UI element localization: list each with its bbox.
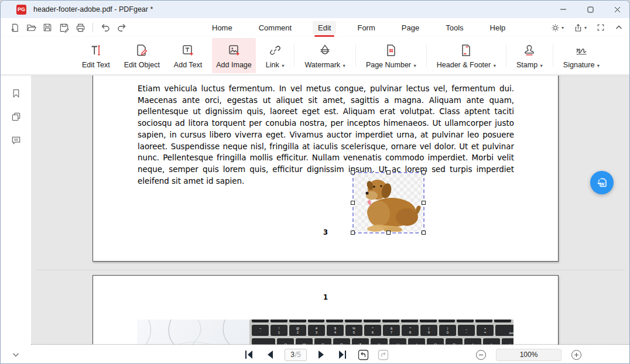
keyboard-key: [382, 320, 399, 322]
comments-icon[interactable]: [10, 134, 22, 146]
ribbon-button-page-number[interactable]: Page Number ▾: [362, 38, 420, 73]
resize-handle[interactable]: [422, 231, 426, 235]
ribbon-button-label: Signature ▾: [563, 61, 600, 69]
chevron-down-icon: ▾: [413, 63, 416, 68]
keyboard-key: $4: [327, 325, 344, 336]
keyboard-photo: ~`!1@2#3$4%5^6&7*8(9)0_-+=delete QWERTYU…: [137, 320, 513, 345]
keyboard-key: *8: [402, 325, 419, 336]
resize-handle[interactable]: [351, 231, 355, 235]
marble-texture: [137, 320, 249, 345]
previous-page-button[interactable]: [263, 348, 276, 361]
save-as-icon[interactable]: [57, 20, 71, 35]
resize-handle[interactable]: [386, 231, 391, 235]
fullscreen-button[interactable]: [594, 21, 607, 34]
page-footer-number: 3: [93, 228, 558, 236]
next-view-button[interactable]: [377, 349, 389, 360]
toolbar-separator: [93, 23, 93, 32]
tab-edit[interactable]: Edit: [313, 21, 336, 35]
tab-page[interactable]: Page: [396, 21, 424, 35]
print-icon[interactable]: [73, 20, 87, 35]
ribbon-button-header-footer[interactable]: Header & Footer ▾: [433, 38, 500, 73]
resize-handle[interactable]: [422, 170, 426, 174]
maximize-button[interactable]: [577, 1, 604, 18]
status-bar: 3 /5 100%: [1, 345, 630, 364]
pdf-page-4[interactable]: 1 ~`!1@2#3$4%5^6&: [93, 275, 559, 345]
menu-tabs: HomeCommentEditFormPageToolsHelp: [207, 18, 511, 37]
page-navigation: 3 /5: [242, 345, 389, 364]
new-file-icon[interactable]: [8, 20, 22, 35]
keyboard-key: [439, 320, 456, 322]
ribbon-separator: [553, 44, 553, 67]
ribbon-button-label: Add Image: [216, 61, 251, 69]
chevron-down-icon: ▾: [597, 63, 600, 68]
current-page-value: 3: [290, 351, 295, 359]
keyboard-key: [252, 320, 269, 322]
page-number-icon: [384, 43, 399, 58]
keyboard-key: @2: [289, 325, 306, 336]
ribbon-button-add-text[interactable]: Add Text: [170, 38, 206, 73]
convert-to-word-button[interactable]: W: [590, 171, 614, 194]
tab-tools[interactable]: Tools: [440, 21, 468, 35]
ribbon-button-edit-object[interactable]: Edit Object: [120, 38, 164, 73]
undo-icon[interactable]: [98, 20, 112, 35]
close-button[interactable]: [604, 1, 630, 18]
ribbon-button-label: Stamp ▾: [516, 61, 543, 69]
open-file-icon[interactable]: [24, 20, 38, 35]
bookmarks-icon[interactable]: [10, 87, 22, 99]
document-viewport[interactable]: Etiam vehicula luctus fermentum. In vel …: [31, 75, 630, 345]
zoom-level-field[interactable]: 100%: [496, 349, 561, 361]
last-page-button[interactable]: [336, 348, 349, 361]
resize-handle[interactable]: [351, 201, 355, 205]
save-icon[interactable]: [40, 20, 54, 35]
ribbon-button-add-image[interactable]: Add Image: [212, 38, 255, 73]
ribbon-separator: [426, 44, 427, 67]
resize-handle[interactable]: [386, 170, 391, 174]
tab-home[interactable]: Home: [207, 21, 238, 35]
keyboard-number-row: ~`!1@2#3$4%5^6&7*8(9)0_-+=delete: [252, 325, 511, 336]
resize-handle[interactable]: [351, 170, 355, 174]
next-page-button[interactable]: [315, 348, 328, 361]
ribbon-button-watermark[interactable]: Watermark ▾: [300, 38, 349, 73]
first-page-button[interactable]: [242, 348, 255, 361]
chevron-down-icon: ▾: [343, 63, 345, 68]
title-bar: PG header-footer-adobe.pdf - PDFgear *: [1, 1, 630, 18]
keyboard-key: [345, 320, 362, 322]
collapse-ribbon-button[interactable]: [613, 22, 625, 33]
ribbon-button-label: Watermark ▾: [304, 61, 345, 69]
ribbon-button-link[interactable]: Link ▾: [262, 38, 289, 73]
zoom-out-button[interactable]: [476, 350, 486, 360]
golden-retriever-image[interactable]: [354, 174, 423, 232]
ribbon-button-stamp[interactable]: Stamp ▾: [512, 38, 547, 73]
stamp-icon: [522, 43, 537, 58]
tab-comment[interactable]: Comment: [254, 21, 297, 35]
tab-help[interactable]: Help: [485, 21, 511, 35]
page-thumbnails-icon[interactable]: [10, 111, 22, 122]
page-body-text[interactable]: Etiam vehicula luctus fermentum. In vel …: [138, 83, 514, 187]
zoom-in-button[interactable]: [571, 350, 581, 360]
ribbon: Edit TextEdit ObjectAdd TextAdd ImageLin…: [1, 37, 630, 75]
chevron-down-icon: ▾: [561, 25, 564, 30]
svg-text:W: W: [601, 182, 605, 186]
keyboard-key: ~`: [252, 325, 269, 336]
resize-handle[interactable]: [422, 201, 426, 205]
keyboard-key: [308, 320, 325, 322]
keyboard-key: +=: [477, 325, 494, 336]
quick-access-toolbar: [8, 18, 129, 37]
ribbon-button-signature[interactable]: Signature ▾: [559, 38, 604, 73]
share-button[interactable]: ▾: [571, 21, 588, 35]
ribbon-button-label: Edit Object: [124, 61, 160, 69]
tab-form[interactable]: Form: [352, 21, 380, 35]
previous-view-button[interactable]: [357, 349, 369, 360]
keyboard-key: (9: [420, 325, 437, 336]
collapse-panel-chevron[interactable]: [10, 349, 22, 360]
minimize-button[interactable]: [550, 1, 577, 18]
theme-toggle-button[interactable]: ▾: [549, 21, 566, 35]
redo-icon[interactable]: [115, 20, 129, 35]
inserted-image-selection[interactable]: [352, 172, 424, 233]
window-title: header-footer-adobe.pdf - PDFgear *: [33, 5, 153, 13]
ribbon-separator: [355, 44, 356, 67]
page-number-input[interactable]: 3 /5: [285, 349, 307, 361]
pdf-page-3[interactable]: Etiam vehicula luctus fermentum. In vel …: [93, 75, 559, 262]
ribbon-button-edit-text[interactable]: Edit Text: [78, 38, 114, 73]
ribbon-button-label: Page Number ▾: [366, 61, 416, 69]
